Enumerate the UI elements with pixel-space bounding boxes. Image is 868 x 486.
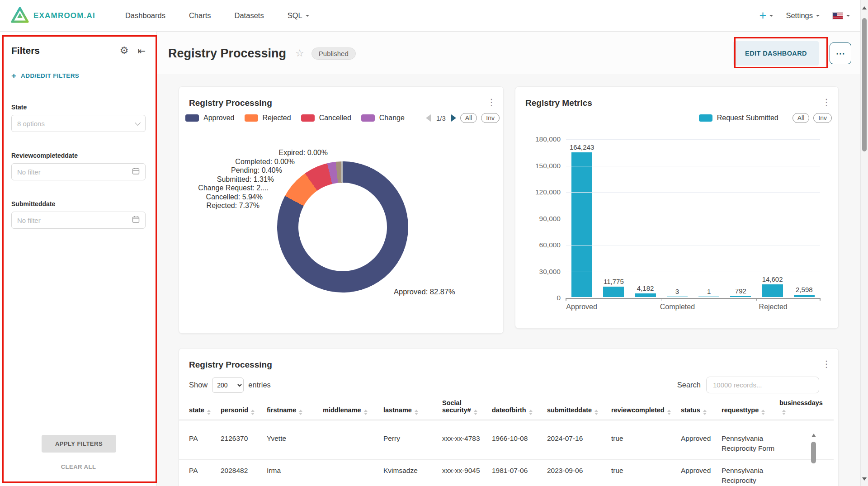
sort-down-icon: [364, 413, 368, 415]
legend-item-rejected[interactable]: Rejected: [245, 114, 291, 122]
legend-inv-button[interactable]: Inv: [481, 113, 500, 123]
column-header-submitteddate[interactable]: submitteddate: [547, 406, 609, 415]
chevron-down-icon: [135, 120, 141, 126]
collapse-sidebar-icon[interactable]: ⇤: [137, 46, 146, 56]
donut-left-labels: Expired: 0.00%Completed: 0.00%Pending: 0…: [198, 148, 328, 210]
page-size-select[interactable]: 200: [212, 377, 244, 393]
scroll-up-icon[interactable]: [862, 4, 867, 9]
sort-up-icon: [703, 410, 707, 412]
reviewcompleteddate-filter-input[interactable]: No filter: [11, 163, 146, 180]
chevron-down-icon: [816, 15, 820, 19]
bar-value-label: 14,602: [762, 275, 783, 283]
window-scrollbar[interactable]: [860, 0, 868, 486]
column-header-social-security-[interactable]: Social security#: [442, 399, 489, 415]
sort-up-icon: [761, 410, 765, 412]
table-cell: 1966-10-08: [492, 428, 544, 459]
legend-item-change[interactable]: Change: [361, 114, 405, 122]
legend-inv-button[interactable]: Inv: [813, 113, 832, 123]
bar-legend: Request Submitted All Inv: [699, 113, 832, 123]
clear-all-button[interactable]: CLEAR ALL: [0, 463, 157, 470]
table-cell: Perry: [383, 428, 439, 459]
kebab-menu-icon[interactable]: ⋮: [822, 97, 831, 108]
gridline: 120,000: [566, 192, 820, 193]
kebab-menu-icon[interactable]: ⋮: [822, 359, 831, 369]
published-badge[interactable]: Published: [311, 47, 356, 60]
add-edit-filters-button[interactable]: + ADD/EDIT FILTERS: [11, 71, 156, 80]
legend-label: Approved: [203, 114, 235, 122]
scroll-down-icon[interactable]: [862, 477, 867, 483]
donut-slice-label: Cancelled: 5.94%: [198, 193, 263, 202]
state-filter-select[interactable]: 8 options: [11, 115, 146, 132]
new-item-button[interactable]: +: [760, 9, 774, 22]
brand-logo[interactable]: EXAMROOM.AI: [11, 7, 95, 25]
column-header-businessdays[interactable]: businessdays: [779, 399, 828, 415]
submitteddate-filter-input[interactable]: No filter: [11, 212, 146, 229]
sort-down-icon: [761, 413, 765, 415]
chevron-down-icon: [769, 15, 773, 19]
nav-item-datasets[interactable]: Datasets: [235, 11, 264, 20]
table-body: PA2126370YvettePerryxxx-xx-47831966-10-0…: [179, 428, 834, 486]
donut-slice-label: Change Request: 2....: [198, 184, 269, 193]
bar-slot: 164,243: [566, 143, 598, 297]
column-header-dateofbirth[interactable]: dateofbirth: [492, 406, 544, 415]
scrollbar-thumb[interactable]: [862, 18, 867, 151]
legend-item-request-submitted[interactable]: Request Submitted: [699, 114, 778, 122]
bar[interactable]: [698, 297, 719, 297]
favorite-star-icon[interactable]: ☆: [295, 47, 304, 59]
table-cell: 2126370: [221, 428, 264, 459]
bar[interactable]: [667, 297, 688, 297]
column-header-label: state: [189, 406, 204, 414]
column-header-state[interactable]: state: [189, 406, 218, 415]
legend-item-approved[interactable]: Approved: [185, 114, 235, 122]
gridline: 0: [566, 298, 820, 299]
more-options-button[interactable]: ⋯: [830, 42, 851, 64]
column-header-firstname[interactable]: firstname: [267, 406, 320, 415]
column-header-status[interactable]: status: [681, 406, 719, 415]
nav-item-sql[interactable]: SQL: [288, 11, 309, 20]
gear-icon[interactable]: ⚙: [120, 46, 129, 56]
gridline: 180,000: [566, 139, 820, 140]
table-cell: [323, 460, 381, 486]
column-header-reviewcompleted[interactable]: reviewcompleted: [611, 406, 678, 415]
bar-value-label: 164,243: [570, 143, 594, 151]
settings-menu[interactable]: Settings: [786, 11, 820, 20]
bar[interactable]: [730, 296, 751, 297]
search-input[interactable]: [706, 377, 819, 393]
bar[interactable]: [794, 295, 815, 297]
edit-dashboard-button[interactable]: EDIT DASHBOARD: [733, 41, 819, 66]
y-axis-tick-label: 90,000: [539, 215, 561, 223]
nav-item-dashboards[interactable]: Dashboards: [125, 11, 165, 20]
column-header-requesttype[interactable]: requesttype: [722, 406, 777, 415]
bar[interactable]: [571, 152, 592, 297]
table-cell: Approved: [681, 428, 719, 459]
legend-item-cancelled[interactable]: Cancelled: [301, 114, 351, 122]
legend-swatch: [361, 114, 375, 122]
legend-all-button[interactable]: All: [793, 113, 810, 123]
legend-label: Rejected: [263, 114, 291, 122]
table-cell: [779, 428, 828, 459]
sort-icon: [782, 410, 786, 415]
scroll-up-icon[interactable]: [811, 431, 816, 437]
bar[interactable]: [762, 284, 783, 297]
kebab-menu-icon[interactable]: ⋮: [487, 97, 496, 108]
scrollbar-thumb[interactable]: [811, 442, 816, 463]
column-header-personid[interactable]: personid: [221, 406, 264, 415]
legend-prev-icon[interactable]: [426, 114, 431, 122]
legend-all-button[interactable]: All: [460, 113, 477, 123]
language-menu[interactable]: [832, 12, 850, 19]
sort-icon: [761, 410, 765, 415]
column-header-middlename[interactable]: middlename: [323, 406, 381, 415]
bar-slot: 4,182: [630, 284, 661, 297]
sort-icon: [474, 410, 477, 415]
calendar-icon: [132, 216, 140, 225]
nav-item-charts[interactable]: Charts: [189, 11, 211, 20]
table-cell: Irma: [267, 460, 320, 486]
legend-next-icon[interactable]: [451, 114, 456, 122]
apply-filters-button[interactable]: APPLY FILTERS: [42, 435, 116, 453]
column-header-lastname[interactable]: lastname: [383, 406, 439, 415]
bar[interactable]: [603, 287, 624, 297]
table-cell: Yvette: [267, 428, 320, 459]
bar-value-label: 1: [707, 288, 711, 295]
table-scrollbar[interactable]: [811, 431, 816, 463]
bar[interactable]: [635, 293, 656, 297]
